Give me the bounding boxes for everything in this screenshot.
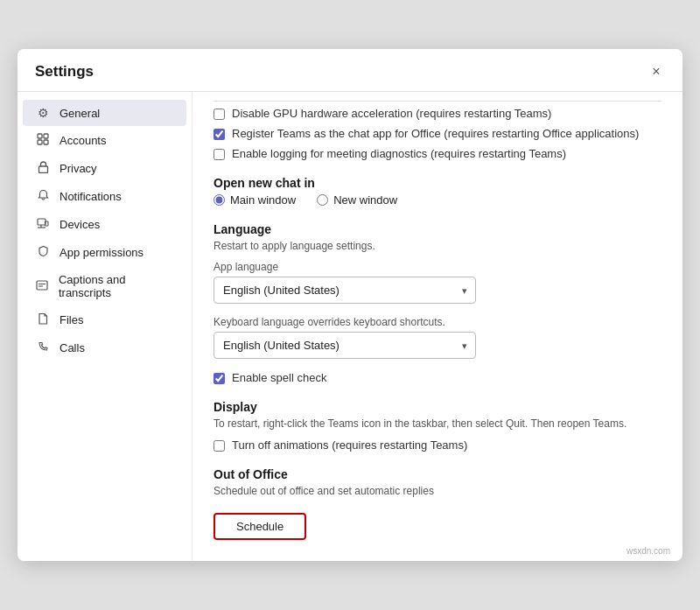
out-of-office-desc: Schedule out of office and set automatic… <box>214 485 662 497</box>
svg-rect-3 <box>44 140 48 144</box>
svg-rect-9 <box>37 281 47 290</box>
lock-icon <box>35 161 51 176</box>
sidebar-item-privacy[interactable]: Privacy <box>23 155 186 182</box>
sidebar-item-label: General <box>60 107 100 120</box>
language-desc: Restart to apply language settings. <box>214 240 662 252</box>
register-teams-label: Register Teams as the chat app for Offic… <box>232 127 639 140</box>
sidebar-item-label: Files <box>60 313 83 326</box>
accounts-icon <box>35 133 51 148</box>
devices-icon <box>35 217 51 232</box>
sidebar-item-notifications[interactable]: Notifications <box>23 183 186 210</box>
sidebar-item-label: Accounts <box>60 134 106 147</box>
sidebar-item-accounts[interactable]: Accounts <box>23 127 186 154</box>
register-teams-checkbox-row: Register Teams as the chat app for Offic… <box>214 127 662 140</box>
sidebar-item-label: Privacy <box>60 162 97 175</box>
sidebar-item-devices[interactable]: Devices <box>23 211 186 238</box>
close-button[interactable]: × <box>644 60 668 84</box>
radio-new-window[interactable]: New window <box>317 193 397 207</box>
settings-title: Settings <box>35 63 94 81</box>
register-teams-checkbox[interactable] <box>214 129 225 140</box>
animations-label: Turn off animations (requires restarting… <box>232 438 467 452</box>
svg-rect-5 <box>38 219 46 225</box>
logging-checkbox-label: Enable logging for meeting diagnostics (… <box>232 147 566 160</box>
svg-rect-2 <box>38 140 42 144</box>
sidebar-item-label: App permissions <box>60 246 144 259</box>
radio-main-window-label: Main window <box>230 193 296 207</box>
sidebar-item-captions[interactable]: Captions and transcripts <box>23 267 186 305</box>
settings-content: Disable GPU hardware acceleration (requi… <box>192 92 682 561</box>
svg-rect-6 <box>46 221 49 226</box>
radio-main-window-input[interactable] <box>214 194 225 206</box>
keyboard-language-select[interactable]: English (United States) <box>214 332 476 359</box>
watermark: wsxdn.com <box>626 546 670 556</box>
logging-checkbox-row: Enable logging for meeting diagnostics (… <box>214 147 662 160</box>
gpu-checkbox[interactable] <box>214 109 225 120</box>
app-language-select[interactable]: English (United States) <box>214 277 476 304</box>
out-of-office-title: Out of Office <box>214 467 662 481</box>
bell-icon <box>35 189 51 204</box>
schedule-button[interactable]: Schedule <box>214 513 306 540</box>
sidebar-item-label: Calls <box>60 341 85 354</box>
logging-checkbox[interactable] <box>214 149 225 160</box>
top-scroll-hint: Disable GPU hardware acceleration (requi… <box>214 101 662 160</box>
file-icon <box>35 312 51 327</box>
gear-icon: ⚙ <box>35 106 51 120</box>
sidebar-item-label: Captions and transcripts <box>59 273 174 299</box>
svg-rect-1 <box>44 134 48 138</box>
keyboard-language-desc: Keyboard language overrides keyboard sho… <box>214 316 662 328</box>
spell-check-row: Enable spell check <box>214 371 662 384</box>
radio-new-window-input[interactable] <box>317 194 328 206</box>
animations-checkbox[interactable] <box>214 440 225 452</box>
shield-icon <box>35 245 51 260</box>
spell-check-label: Enable spell check <box>232 371 326 384</box>
display-title: Display <box>214 400 662 414</box>
radio-main-window[interactable]: Main window <box>214 193 296 207</box>
sidebar-item-label: Notifications <box>60 190 122 203</box>
sidebar-item-general[interactable]: ⚙ General <box>23 100 186 126</box>
spell-check-checkbox[interactable] <box>214 373 225 384</box>
display-desc: To restart, right-click the Teams icon i… <box>214 417 662 430</box>
sidebar-item-label: Devices <box>60 218 100 231</box>
gpu-checkbox-label: Disable GPU hardware acceleration (requi… <box>232 107 551 120</box>
app-language-label: App language <box>214 261 662 273</box>
app-language-select-wrapper: English (United States) ▾ <box>214 277 662 304</box>
language-title: Language <box>214 222 662 236</box>
sidebar-item-calls[interactable]: Calls <box>23 334 186 361</box>
svg-rect-4 <box>38 166 47 173</box>
sidebar-item-app-permissions[interactable]: App permissions <box>23 239 186 266</box>
gpu-checkbox-row: Disable GPU hardware acceleration (requi… <box>214 107 662 120</box>
svg-rect-0 <box>38 134 42 138</box>
open-new-chat-title: Open new chat in <box>214 176 662 190</box>
captions-icon <box>35 279 50 293</box>
phone-icon <box>35 340 51 354</box>
animations-checkbox-row: Turn off animations (requires restarting… <box>214 438 662 452</box>
sidebar-item-files[interactable]: Files <box>23 306 186 333</box>
keyboard-language-select-wrapper: English (United States) ▾ <box>214 332 662 359</box>
radio-new-window-label: New window <box>333 193 397 207</box>
open-new-chat-options: Main window New window <box>214 193 662 207</box>
sidebar: ⚙ General Accounts <box>18 92 192 561</box>
